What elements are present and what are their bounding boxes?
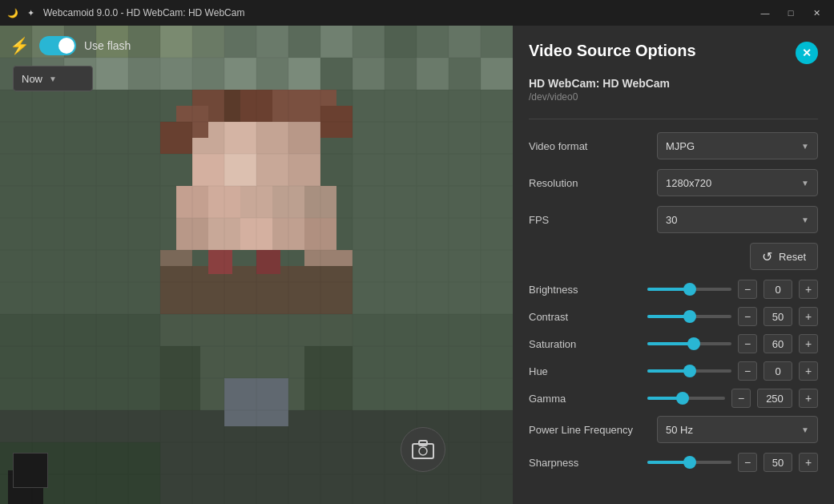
thumbnail-preview [13, 453, 48, 488]
svg-rect-71 [208, 250, 232, 274]
brightness-minus[interactable]: − [738, 280, 757, 299]
saturation-label: Saturation [529, 338, 641, 350]
sharpness-plus[interactable]: + [799, 453, 818, 472]
resolution-arrow: ▼ [801, 179, 809, 187]
video-format-row: Video format MJPG ▼ [529, 132, 818, 159]
contrast-track[interactable] [647, 315, 731, 318]
svg-rect-38 [224, 154, 256, 186]
svg-rect-34 [224, 122, 256, 154]
power-line-select[interactable]: 50 Hz ▼ [657, 416, 818, 443]
saturation-plus[interactable]: + [799, 334, 818, 353]
now-dropdown-arrow: ▼ [49, 75, 57, 83]
power-line-value: 50 Hz [666, 424, 693, 436]
star-icon: ✦ [24, 6, 37, 19]
contrast-thumb[interactable] [683, 310, 696, 323]
use-flash-toggle-container: Use flash [39, 36, 131, 55]
contrast-plus[interactable]: + [799, 307, 818, 326]
reset-button[interactable]: ↺ Reset [750, 243, 818, 270]
gamma-minus[interactable]: − [731, 389, 751, 408]
video-format-label: Video format [529, 140, 657, 152]
sharpness-track[interactable] [647, 461, 731, 464]
sharpness-minus[interactable]: − [738, 453, 757, 472]
saturation-minus[interactable]: − [738, 334, 757, 353]
svg-rect-39 [256, 154, 288, 186]
svg-rect-57 [160, 122, 192, 154]
hue-minus[interactable]: − [738, 361, 757, 381]
fps-control: 30 ▼ [657, 206, 818, 233]
resolution-value: 1280x720 [666, 177, 711, 189]
use-flash-toggle[interactable] [39, 36, 76, 55]
svg-rect-62 [353, 90, 513, 314]
use-flash-label: Use flash [84, 39, 131, 52]
fps-label: FPS [529, 214, 657, 226]
sharpness-thumb[interactable] [683, 456, 696, 469]
gamma-label: Gamma [529, 393, 641, 405]
svg-rect-35 [256, 122, 288, 154]
svg-rect-36 [288, 122, 320, 154]
toolbar: ⚡ Use flash [0, 26, 513, 66]
fps-value: 30 [666, 214, 677, 226]
device-path: /dev/video0 [529, 91, 818, 103]
brightness-plus[interactable]: + [799, 280, 818, 299]
video-format-select[interactable]: MJPG ▼ [657, 132, 818, 159]
contrast-minus[interactable]: − [738, 307, 757, 326]
saturation-row: Saturation − 60 + [529, 334, 818, 353]
window-close-button[interactable]: ✕ [805, 4, 828, 22]
brightness-track[interactable] [647, 288, 731, 291]
titlebar: 🌙 ✦ Webcamoid 9.0.0 - HD WebCam: HD WebC… [0, 0, 834, 26]
now-dropdown[interactable]: Now ▼ [13, 66, 93, 91]
brightness-value: 0 [763, 280, 792, 299]
reset-section: ↺ Reset [529, 243, 818, 270]
reset-icon: ↺ [762, 249, 772, 264]
hue-plus[interactable]: + [799, 361, 818, 381]
video-format-value: MJPG [666, 140, 695, 152]
brightness-thumb[interactable] [683, 283, 696, 296]
power-line-arrow: ▼ [801, 425, 809, 434]
power-line-label: Power Line Frequency [529, 424, 657, 436]
resolution-select[interactable]: 1280x720 ▼ [657, 169, 818, 196]
titlebar-controls: — □ ✕ [754, 4, 828, 22]
saturation-value: 60 [763, 334, 792, 353]
minimize-button[interactable]: — [754, 4, 776, 22]
brightness-row: Brightness − 0 + [529, 280, 818, 299]
panel-close-button[interactable]: ✕ [796, 42, 818, 64]
svg-rect-60 [0, 90, 160, 314]
titlebar-title: Webcamoid 9.0.0 - HD WebCam: HD WebCam [43, 7, 244, 18]
reset-label: Reset [779, 251, 806, 263]
svg-point-107 [419, 447, 427, 455]
panel-header: Video Source Options ✕ [529, 42, 818, 64]
now-dropdown-container: Now ▼ [13, 66, 93, 91]
divider-1 [529, 119, 818, 119]
hue-thumb[interactable] [683, 365, 696, 377]
capture-button[interactable] [401, 427, 445, 472]
power-line-row: Power Line Frequency 50 Hz ▼ [529, 416, 818, 443]
sharpness-label: Sharpness [529, 457, 641, 469]
hue-track[interactable] [647, 369, 731, 373]
capture-icon [412, 440, 434, 459]
panel-title: Video Source Options [529, 42, 696, 60]
gamma-plus[interactable]: + [799, 389, 818, 408]
svg-rect-72 [256, 250, 280, 274]
saturation-track[interactable] [647, 342, 731, 345]
resolution-label: Resolution [529, 177, 657, 189]
sharpness-row: Sharpness − 50 + [529, 453, 818, 472]
video-format-arrow: ▼ [801, 142, 809, 151]
saturation-thumb[interactable] [687, 337, 700, 350]
lightning-icon: ⚡ [10, 36, 30, 55]
fps-row: FPS 30 ▼ [529, 206, 818, 233]
hue-row: Hue − 0 + [529, 361, 818, 381]
gamma-thumb[interactable] [676, 392, 689, 405]
svg-rect-40 [288, 154, 320, 186]
brightness-label: Brightness [529, 284, 641, 296]
resolution-row: Resolution 1280x720 ▼ [529, 169, 818, 196]
svg-rect-37 [192, 154, 224, 186]
sharpness-value: 50 [763, 453, 792, 472]
fps-select[interactable]: 30 ▼ [657, 206, 818, 233]
gamma-track[interactable] [647, 397, 725, 400]
fps-arrow: ▼ [801, 216, 809, 224]
titlebar-icons: 🌙 ✦ [6, 6, 37, 19]
maximize-button[interactable]: □ [780, 4, 802, 22]
contrast-row: Contrast − 50 + [529, 307, 818, 326]
resolution-control: 1280x720 ▼ [657, 169, 818, 196]
power-line-control: 50 Hz ▼ [657, 416, 818, 443]
